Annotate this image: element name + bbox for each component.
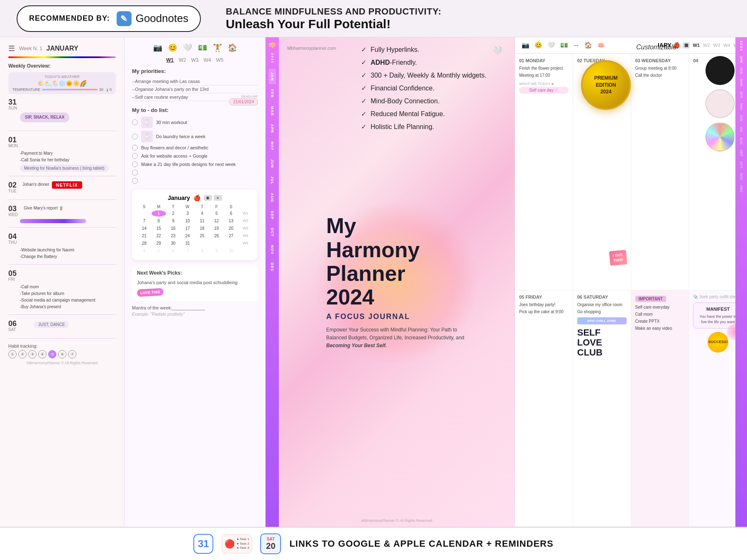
month-tab-nov[interactable]: NOV	[269, 242, 276, 258]
habit-7[interactable]: ⑦	[68, 350, 76, 358]
mon-note: Meeting for Nowlia's business ( bring ta…	[20, 165, 109, 172]
feature-2: ✓ ADHD-Friendly.	[361, 58, 510, 66]
planner-book: My Harmony Planner 2024 A FOCUS JOURNAL …	[314, 202, 480, 362]
right-nov[interactable]: NOV	[739, 171, 744, 182]
color-blush	[706, 89, 735, 118]
habit-6[interactable]: ⑥	[58, 350, 66, 358]
habit-5[interactable]: ⑤	[48, 350, 56, 358]
week-w2[interactable]: W2	[179, 57, 186, 63]
heart-icon-preview[interactable]: 🤍	[492, 46, 502, 56]
next-week-label: Next Week's Picks:	[137, 270, 253, 276]
month-tab-jun[interactable]: JUN	[269, 156, 276, 171]
week-w3[interactable]: W3	[191, 57, 199, 63]
hamburger-icon[interactable]: ☰	[8, 44, 15, 53]
mon-tasks: -Payment to Mary-Call Sonia for her birt…	[20, 150, 116, 163]
right-jul[interactable]: JUL	[739, 124, 744, 134]
website-url: Mbharmonyplanner.com	[287, 46, 336, 51]
manifest-text: You have the power to live the life you …	[697, 314, 739, 324]
manifest-title: MANIFEST	[697, 306, 739, 312]
right-jan[interactable]: JAN	[739, 54, 744, 65]
week-w1[interactable]: W1	[166, 57, 174, 63]
right-apr[interactable]: APR	[739, 89, 744, 100]
emoji-icon[interactable]: 😊	[168, 43, 177, 52]
feature-text-7: Holistic Life Planning.	[371, 123, 434, 131]
right-dec[interactable]: DEC	[739, 183, 744, 195]
right-w2[interactable]: W2	[703, 43, 710, 48]
month-tab-dec[interactable]: DEC	[269, 259, 276, 275]
month-tab-jan[interactable]: JAN	[269, 69, 276, 84]
calendar-widget: January 🍎 ⊞ ≡ S M T W T F S	[132, 190, 258, 260]
cell-sat-task-1: Organise my office room	[577, 302, 627, 308]
week-w5[interactable]: W5	[216, 57, 224, 63]
right-emoji-icon[interactable]: 😊	[535, 41, 542, 49]
day-entry-wed: 03 WED Give Mary's report 🧋	[8, 205, 116, 228]
month-tab-mar[interactable]: MAR	[269, 103, 276, 119]
right-jun[interactable]: JUN	[739, 113, 744, 124]
grid-cell-mon: 01 MONDAY Finish the flower project Meet…	[515, 54, 573, 290]
next-week-section: Next Week's Picks: Johana's party and so…	[132, 265, 258, 301]
month-tab-apr[interactable]: APR	[269, 121, 276, 136]
priority-1: --Arrange meeting with Las casas	[132, 78, 258, 85]
right-w1[interactable]: W1	[693, 43, 700, 48]
right-oct[interactable]: OCT	[739, 159, 744, 170]
lotus-icon: 🪷	[268, 41, 277, 50]
temp-bar: TEMPERATURE 30 🌡️0	[12, 88, 112, 92]
cell-mon-label: 01 MONDAY	[519, 58, 569, 63]
right-may[interactable]: MAY	[739, 101, 744, 112]
day-entry-mon: 01 MON -Payment to Mary-Call Sonia for h…	[8, 136, 116, 176]
checkbox-3[interactable]	[132, 145, 138, 151]
cal-week-2: 7 8 9 10 11 12 13 W2	[137, 218, 253, 224]
checkbox-1[interactable]	[132, 119, 138, 125]
month-tab-feb[interactable]: FEB	[269, 86, 276, 101]
cal-header-row: S M T W T F S	[137, 205, 253, 209]
mantra-example: Example: "Radiate positivity"	[132, 312, 258, 317]
right-feb[interactable]: FEB	[739, 66, 744, 76]
month-tab-sep[interactable]: SEP	[269, 207, 276, 223]
week-nav: W1 W2 W3 W4 W5	[132, 57, 258, 63]
self-care-day-badge: Self care day ♡	[519, 87, 569, 94]
cal-list-btn[interactable]: ≡	[214, 195, 222, 201]
month-tab-aug[interactable]: AUG	[269, 190, 276, 206]
recommended-section: RECOMMENDED BY: ✎ Goodnotes	[17, 5, 201, 32]
right-icons: 📷 😊 🤍 💵 ↔️ 🏠 🪷	[522, 41, 605, 49]
habit-1[interactable]: ①	[8, 350, 17, 358]
cell-fri-label: 05 FRIDAY	[519, 295, 569, 299]
right-heart-icon[interactable]: 🤍	[547, 41, 555, 49]
right-aug[interactable]: AUG	[739, 135, 744, 146]
check-icon-1: ✓	[361, 46, 366, 54]
side-month-tab: 🪷 2021 JAN FEB MAR APR MAY JUN JUL AUG S…	[266, 37, 279, 527]
month-tab-jul[interactable]: JUL	[269, 173, 276, 188]
habit-4[interactable]: ④	[38, 350, 46, 358]
right-home-icon[interactable]: 🏠	[584, 41, 592, 49]
home-icon[interactable]: 🏠	[228, 43, 237, 52]
fitness-icon[interactable]: 🏋️	[213, 43, 222, 52]
right-money-icon[interactable]: 💵	[560, 41, 568, 49]
habit-3[interactable]: ③	[28, 350, 37, 358]
checkbox-6[interactable]	[132, 170, 138, 175]
week-w4[interactable]: W4	[204, 57, 211, 63]
premium-text: PREMIUM EDITION 2024	[594, 75, 618, 95]
feature-5: ✓ Mind-Body Connection.	[361, 97, 510, 105]
instagram-icon[interactable]: 📷	[153, 43, 162, 52]
checkbox-7[interactable]	[132, 178, 138, 184]
right-lotus-icon[interactable]: 🪷	[597, 41, 605, 49]
cal-toggle: ⊞ ≡	[204, 195, 222, 201]
month-tab-may[interactable]: MAY	[269, 138, 276, 154]
habit-2[interactable]: ②	[18, 350, 27, 358]
todo-label: My to - do list:	[132, 107, 258, 113]
planner-book-subtitle: A FOCUS JOURNAL	[326, 312, 467, 321]
todo-text-5: Make a 21 day life posts designs for nex…	[141, 162, 236, 167]
right-arrows-icon[interactable]: ↔️	[573, 41, 579, 49]
right-w4[interactable]: W4	[723, 43, 730, 48]
heart-icon[interactable]: 🤍	[183, 43, 192, 52]
checkbox-5[interactable]	[132, 161, 138, 167]
checkbox-2[interactable]	[132, 134, 138, 139]
right-mar[interactable]: MAR	[739, 77, 744, 88]
month-tab-oct[interactable]: OCT	[269, 224, 276, 240]
checkbox-4[interactable]	[132, 153, 138, 159]
left-panel: ☰ Week N. 1 JANUARY Weekly Overview: TOD…	[0, 37, 124, 527]
right-sep[interactable]: SEP	[739, 148, 744, 158]
cal-grid-btn[interactable]: ⊞	[204, 195, 212, 201]
right-w3[interactable]: W3	[713, 43, 720, 48]
money-icon[interactable]: 💵	[198, 43, 207, 52]
